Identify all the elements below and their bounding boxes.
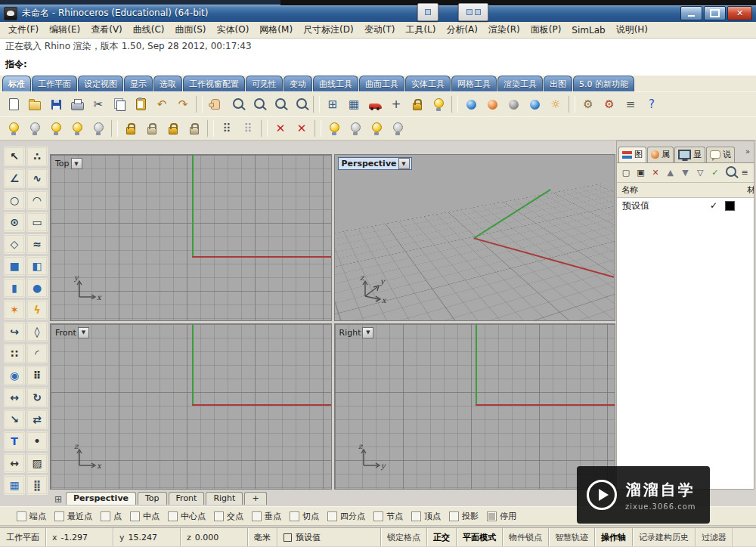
show-layer-objects-icon[interactable] [367, 119, 386, 138]
unlock-objects-icon[interactable] [142, 119, 162, 138]
osnap-toggle[interactable]: 交点 [214, 511, 243, 522]
box-icon[interactable]: ■ [4, 256, 25, 276]
osnap-toggle[interactable]: 切点 [290, 511, 319, 522]
select-check-icon[interactable]: ✓ [709, 166, 721, 180]
named-view-icon[interactable]: ▦ [344, 94, 364, 114]
minimize-button[interactable] [680, 6, 702, 20]
hide-objects-icon[interactable] [25, 119, 45, 138]
osnap-checkbox[interactable] [101, 511, 110, 521]
copy-icon[interactable] [110, 94, 129, 114]
viewport-front[interactable]: Front ▼ z x [50, 323, 332, 490]
redo-icon[interactable]: ↷ [173, 94, 193, 114]
sphere-icon[interactable]: ● [26, 278, 48, 298]
move-icon[interactable]: + [386, 94, 406, 114]
hide-swap-icon[interactable] [67, 119, 87, 138]
menu-item[interactable]: 尺寸标注(D) [298, 22, 359, 38]
toolbar-tab[interactable]: 出图 [544, 76, 572, 91]
menu-item[interactable]: 查看(V) [85, 22, 128, 38]
new-file-icon[interactable] [4, 94, 23, 114]
osnap-toggle[interactable]: 物件锁点 [503, 528, 549, 546]
flash-icon[interactable]: ϟ [26, 300, 48, 320]
viewport-title-right[interactable]: Right ▼ [338, 326, 376, 339]
polyline-icon[interactable]: ∠ [4, 168, 25, 188]
recorder-mini-palette[interactable] [417, 3, 438, 21]
smarttrack-toggle[interactable]: 智慧轨迹 [549, 528, 595, 546]
toolbar-tab[interactable]: 曲面工具 [359, 76, 404, 91]
osnap-checkbox[interactable] [411, 511, 421, 521]
gears-icon[interactable]: ⚙ [578, 94, 598, 114]
current-layer-button[interactable]: 预设值 [277, 528, 381, 546]
layers-panel-tab[interactable]: 图 [618, 147, 646, 162]
palette-button[interactable] [425, 9, 431, 15]
show-objects-icon[interactable] [4, 119, 23, 138]
extend-icon[interactable]: ↪ [4, 322, 25, 341]
new-layer-icon[interactable]: ▢ [620, 166, 632, 180]
osnap-checkbox[interactable] [168, 511, 178, 521]
shaded-view-icon[interactable] [461, 94, 481, 114]
osnap-toggle[interactable]: 节点 [373, 511, 403, 522]
toolbar-tab[interactable]: 工作视窗配置 [183, 76, 245, 91]
rotate-icon[interactable]: ↻ [26, 388, 48, 407]
osnap-toggle[interactable]: 端点 [17, 511, 46, 522]
move-down-icon[interactable]: ▼ [680, 166, 692, 180]
unlock-selected-icon[interactable] [184, 119, 204, 138]
viewport-tab[interactable]: Right [206, 492, 243, 505]
layer-color-swatch[interactable] [725, 201, 735, 211]
close-button[interactable]: ✕ [727, 6, 752, 20]
viewport-top[interactable]: Top ▼ y x [50, 154, 332, 321]
menu-item[interactable]: 变动(T) [359, 22, 401, 38]
current-layer-check[interactable] [705, 200, 722, 211]
menu-item[interactable]: SimLab [566, 23, 610, 37]
gumball-toggle[interactable]: 操作轴 [595, 528, 633, 546]
recorder-mini-palette[interactable] [458, 3, 488, 21]
viewport-title-perspective[interactable]: Perspective ▼ [338, 157, 412, 170]
filter-icon[interactable]: ▽ [694, 166, 706, 180]
lock-selected-icon[interactable] [163, 119, 183, 138]
ortho-toggle[interactable]: 正交 [427, 528, 457, 546]
record-history-toggle[interactable]: 记录建构历史 [633, 528, 696, 546]
toolbar-tab[interactable]: 显示 [124, 76, 153, 91]
select-icon[interactable]: ↖ [4, 147, 25, 166]
osnap-checkbox[interactable] [290, 511, 299, 521]
arc-icon[interactable]: ◠ [26, 190, 48, 210]
hide-layer-objects-icon[interactable] [388, 119, 407, 138]
viewport-tab[interactable]: + [244, 492, 266, 505]
menu-item[interactable]: 网格(M) [254, 22, 298, 38]
hide-in-viewport-icon[interactable] [345, 119, 365, 138]
menu-item[interactable]: 说明(H) [611, 22, 653, 38]
properties-panel-tab[interactable]: 属 [647, 147, 674, 162]
shaded-box-icon[interactable]: ◧ [26, 256, 48, 276]
plane-icon[interactable]: ◊ [26, 322, 48, 341]
toolbar-tab[interactable]: 可见性 [246, 76, 283, 91]
display-panel-tab[interactable]: 显 [674, 147, 705, 162]
lock-objects-icon[interactable] [121, 119, 141, 138]
script-icon[interactable]: ≡ [621, 94, 640, 114]
viewport-menu-arrow-icon[interactable]: ▼ [78, 327, 89, 338]
surface-icon[interactable]: ▦ [4, 475, 25, 495]
toolbar-tab[interactable]: 5.0 的新功能 [573, 76, 634, 91]
hide-points-icon[interactable]: ⠿ [238, 119, 258, 138]
zoom-selected-icon[interactable] [290, 94, 310, 114]
cut-icon[interactable]: ✂ [88, 94, 108, 114]
print-icon[interactable] [67, 94, 87, 114]
dimension-icon[interactable]: ↔ [4, 453, 25, 473]
control-points-icon[interactable]: ⣿ [26, 475, 48, 495]
menu-item[interactable]: 编辑(E) [44, 22, 85, 38]
viewport-menu-arrow-icon[interactable]: ▼ [398, 158, 410, 169]
rhino-app-icon[interactable] [4, 7, 17, 20]
osnap-toggle[interactable]: 点 [101, 511, 122, 522]
mirror-icon[interactable]: ⇄ [26, 409, 48, 429]
help-panel-tab[interactable]: 说 [706, 147, 735, 162]
menu-item[interactable]: 实体(O) [212, 22, 255, 38]
divide-icon[interactable]: ∷ [4, 344, 25, 363]
sun-icon[interactable]: ☼ [546, 94, 565, 114]
rectangle-icon[interactable]: ▭ [26, 212, 48, 232]
panel-menu-icon[interactable]: ≡ [739, 166, 751, 180]
toolbar-tab[interactable]: 选取 [153, 76, 182, 91]
toolbar-tab[interactable]: 实体工具 [405, 76, 451, 91]
cplane-button[interactable]: 工作平面 [0, 528, 46, 546]
offset-icon[interactable]: ≈ [26, 234, 48, 254]
annotation-dot-icon[interactable]: • [26, 431, 48, 451]
boolean-union-icon[interactable]: ◉ [4, 366, 25, 385]
menu-item[interactable]: 分析(A) [441, 22, 483, 38]
